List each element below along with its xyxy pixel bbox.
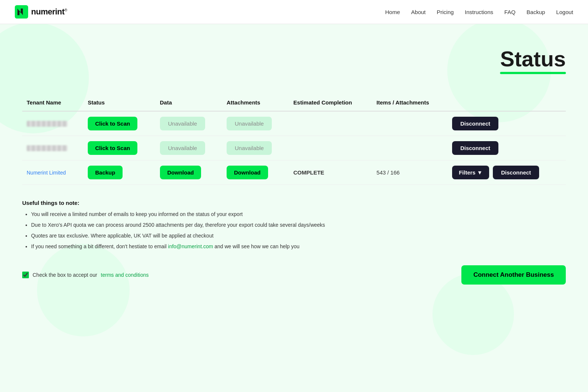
logo-text: numerint®	[31, 7, 67, 17]
status-cell: Click to Scan	[83, 136, 156, 160]
status-table: Tenant Name Status Data Attachments Esti…	[22, 96, 566, 185]
tenant-name-cell	[22, 111, 83, 136]
email-link[interactable]: info@numerint.com	[168, 243, 213, 249]
table-header-row: Tenant Name Status Data Attachments Esti…	[22, 96, 566, 111]
page-title: Status	[500, 46, 566, 74]
connect-another-business-button[interactable]: Connect Another Business	[461, 265, 566, 285]
main-content: Status Tenant Name Status Data Attachmen…	[0, 24, 588, 307]
nav-instructions[interactable]: Instructions	[465, 9, 493, 15]
table-row: Numerint Limited Backup Download Downloa…	[22, 160, 566, 185]
notes-title: Useful things to note:	[22, 200, 566, 206]
backup-button[interactable]: Backup	[88, 166, 123, 179]
logo-icon	[15, 5, 28, 19]
col-status: Status	[83, 96, 156, 111]
attachments-cell: Unavailable	[222, 111, 289, 136]
click-to-scan-button[interactable]: Click to Scan	[88, 117, 137, 130]
disconnect-button-row1[interactable]: Disconnect	[452, 117, 498, 130]
list-item: Quotes are tax exclusive. Where applicab…	[31, 232, 566, 240]
download-data-button[interactable]: Download	[160, 166, 201, 179]
list-item: If you need something a bit different, d…	[31, 243, 566, 250]
estimated-completion-cell	[289, 136, 372, 160]
disconnect-button-row3[interactable]: Disconnect	[493, 166, 539, 179]
navbar: numerint® Home About Pricing Instruction…	[0, 0, 588, 24]
attachments-unavailable-button-2: Unavailable	[227, 141, 272, 155]
actions-cell: Filters ▼ Disconnect	[448, 160, 566, 185]
col-actions	[448, 96, 566, 111]
click-to-scan-button-2[interactable]: Click to Scan	[88, 141, 137, 155]
terms-checkbox[interactable]	[22, 272, 29, 278]
data-cell: Unavailable	[156, 136, 222, 160]
nav-backup[interactable]: Backup	[527, 9, 545, 15]
col-attachments: Attachments	[222, 96, 289, 111]
col-tenant-name: Tenant Name	[22, 96, 83, 111]
checkbox-label-text: Check the box to accept our	[33, 272, 97, 278]
disconnect-cell: Disconnect	[448, 111, 566, 136]
nav-faq[interactable]: FAQ	[504, 9, 515, 15]
disconnect-button-row2[interactable]: Disconnect	[452, 141, 498, 155]
nav-logout[interactable]: Logout	[556, 9, 573, 15]
disconnect-cell: Disconnect	[448, 136, 566, 160]
filters-button[interactable]: Filters ▼	[452, 166, 489, 179]
status-cell: Backup	[83, 160, 156, 185]
data-unavailable-button-2: Unavailable	[160, 141, 205, 155]
nav-pricing[interactable]: Pricing	[437, 9, 454, 15]
tenant-name-blurred	[27, 145, 67, 151]
notes-section: Useful things to note: You will receive …	[22, 200, 566, 250]
logo: numerint®	[15, 5, 67, 19]
col-items-attachments: Items / Attachments	[372, 96, 448, 111]
table-row: Click to Scan Unavailable Unavailable Di…	[22, 136, 566, 160]
tenant-name-cell: Numerint Limited	[22, 160, 83, 185]
attachments-cell: Download	[222, 160, 289, 185]
table-row: Click to Scan Unavailable Unavailable Di…	[22, 111, 566, 136]
notes-list: You will receive a limited number of ema…	[22, 210, 566, 250]
estimated-completion-cell: COMPLETE	[289, 160, 372, 185]
estimated-completion-cell	[289, 111, 372, 136]
items-attachments-cell	[372, 136, 448, 160]
download-attachments-button[interactable]: Download	[227, 166, 268, 179]
actions-group: Filters ▼ Disconnect	[452, 166, 561, 179]
items-count: 543 / 166	[377, 169, 400, 176]
data-cell: Unavailable	[156, 111, 222, 136]
status-cell: Click to Scan	[83, 111, 156, 136]
terms-link[interactable]: terms and conditions	[101, 272, 148, 278]
tenant-name-numerint: Numerint Limited	[27, 170, 66, 176]
items-attachments-cell: 543 / 166	[372, 160, 448, 185]
tenant-name-blurred	[27, 121, 67, 127]
data-cell: Download	[156, 160, 222, 185]
terms-checkbox-area: Check the box to accept our terms and co…	[22, 272, 149, 278]
attachments-cell: Unavailable	[222, 136, 289, 160]
list-item: Due to Xero's API quota we can process a…	[31, 221, 566, 229]
footer-area: Check the box to accept our terms and co…	[22, 265, 566, 292]
list-item: You will receive a limited number of ema…	[31, 210, 566, 218]
nav-links: Home About Pricing Instructions FAQ Back…	[385, 9, 573, 15]
nav-about[interactable]: About	[411, 9, 425, 15]
col-estimated-completion: Estimated Completion	[289, 96, 372, 111]
tenant-name-cell	[22, 136, 83, 160]
page-title-wrapper: Status	[22, 46, 566, 77]
attachments-unavailable-button: Unavailable	[227, 117, 272, 130]
data-unavailable-button: Unavailable	[160, 117, 205, 130]
complete-status: COMPLETE	[293, 169, 324, 176]
nav-home[interactable]: Home	[385, 9, 400, 15]
col-data: Data	[156, 96, 222, 111]
items-attachments-cell	[372, 111, 448, 136]
